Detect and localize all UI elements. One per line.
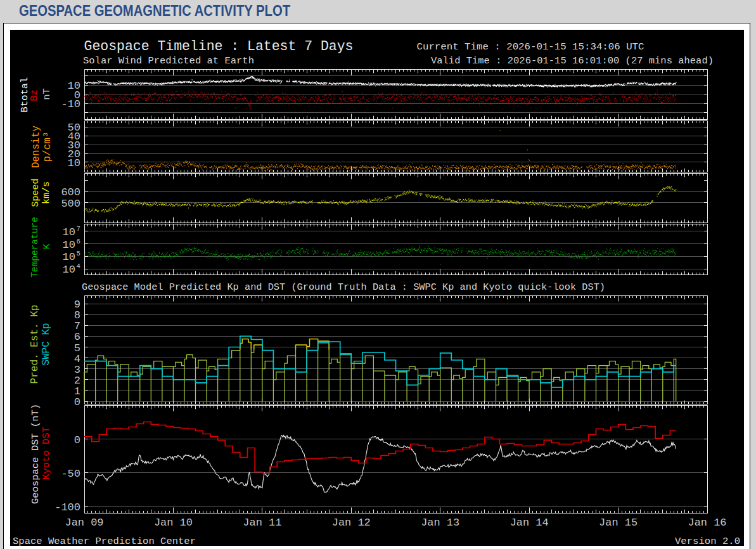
svg-text:Jan 11: Jan 11 <box>243 517 281 529</box>
svg-text:km/s: km/s <box>41 181 52 204</box>
svg-text:0: 0 <box>74 434 80 446</box>
svg-text:-100: -100 <box>54 501 80 513</box>
svg-text:1: 1 <box>74 385 80 397</box>
svg-text:3: 3 <box>74 364 80 376</box>
svg-text:Density: Density <box>30 126 42 169</box>
svg-text:8: 8 <box>74 309 80 321</box>
svg-text:p/cm³: p/cm³ <box>42 131 53 162</box>
svg-text:Current Time : 2026-01-15 15:3: Current Time : 2026-01-15 15:34:06 UTC <box>417 41 644 53</box>
svg-text:Pred. Est. Kp: Pred. Est. Kp <box>29 305 41 384</box>
svg-text:-10: -10 <box>61 98 80 110</box>
svg-text:Speed: Speed <box>30 178 41 207</box>
svg-text:nT: nT <box>41 88 53 100</box>
svg-text:Jan 10: Jan 10 <box>154 517 193 529</box>
svg-text:SWPC Kp: SWPC Kp <box>41 323 52 365</box>
svg-text:5: 5 <box>74 342 80 354</box>
svg-text:-50: -50 <box>61 468 80 480</box>
svg-text:Geospace Timeline : Latest 7 D: Geospace Timeline : Latest 7 Days <box>84 39 354 54</box>
svg-text:Geospace Model Predicted Kp an: Geospace Model Predicted Kp and DST (Gro… <box>82 281 605 293</box>
svg-text:Geospace DST (nT): Geospace DST (nT) <box>30 404 41 504</box>
svg-text:Temperature: Temperature <box>30 217 40 278</box>
svg-text:10: 10 <box>63 226 75 238</box>
svg-text:6: 6 <box>74 331 80 343</box>
svg-text:10: 10 <box>68 157 80 169</box>
svg-text:7: 7 <box>77 225 80 233</box>
svg-text:Valid Time : 2026-01-15 16:01:: Valid Time : 2026-01-15 16:01:00 (27 min… <box>431 55 714 67</box>
svg-text:4: 4 <box>74 353 80 365</box>
svg-text:Kyoto DST: Kyoto DST <box>41 427 52 480</box>
svg-text:10: 10 <box>63 264 75 276</box>
svg-text:Jan 09: Jan 09 <box>65 517 104 529</box>
svg-text:Jan 15: Jan 15 <box>599 517 637 529</box>
svg-text:10: 10 <box>63 251 75 263</box>
svg-text:Jan 12: Jan 12 <box>332 517 371 529</box>
svg-text:7: 7 <box>74 320 80 332</box>
svg-text:9: 9 <box>74 299 80 311</box>
svg-text:Space Weather Prediction Cente: Space Weather Prediction Center <box>13 536 196 546</box>
svg-text:4: 4 <box>77 262 80 270</box>
svg-text:Jan 13: Jan 13 <box>421 517 459 529</box>
svg-text:500: 500 <box>61 198 80 210</box>
svg-text:2: 2 <box>74 375 80 387</box>
svg-text:Solar Wind Predicted at Earth: Solar Wind Predicted at Earth <box>83 55 254 67</box>
svg-text:0: 0 <box>74 396 80 408</box>
svg-text:Jan 16: Jan 16 <box>688 517 727 529</box>
svg-text:6: 6 <box>77 238 80 245</box>
svg-text:5: 5 <box>77 250 80 257</box>
svg-text:10: 10 <box>63 239 75 251</box>
svg-text:600: 600 <box>61 186 80 198</box>
svg-text:K: K <box>42 243 52 249</box>
svg-text:Version 2.0: Version 2.0 <box>675 536 740 546</box>
svg-text:Bz: Bz <box>29 89 40 101</box>
svg-text:Jan 14: Jan 14 <box>510 517 549 529</box>
